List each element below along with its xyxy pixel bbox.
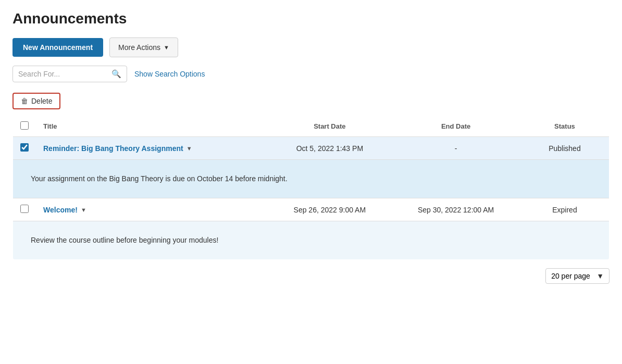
expand-row: Review the course outline before beginni… <box>13 221 609 260</box>
more-actions-label: More Actions <box>118 43 160 52</box>
title-chevron-icon-1: ▼ <box>81 207 86 213</box>
per-page-chevron-icon: ▼ <box>596 272 604 280</box>
table-row: Welcome! ▼ Sep 26, 2022 9:00 AM Sep 30, … <box>13 198 609 221</box>
delete-label: Delete <box>31 97 52 105</box>
row-title-cell: Welcome! ▼ <box>36 198 268 221</box>
table-row: Reminder: Big Bang Theory Assignment ▼ O… <box>13 137 609 160</box>
toolbar: New Announcement More Actions ▼ <box>13 37 609 57</box>
row-status-0: Published <box>520 137 609 160</box>
expand-row: Your assignment on the Big Bang Theory i… <box>13 160 609 198</box>
more-actions-button[interactable]: More Actions ▼ <box>109 37 178 57</box>
row-status-1: Expired <box>520 198 609 221</box>
th-checkbox <box>13 116 36 137</box>
title-chevron-icon-0: ▼ <box>186 145 192 152</box>
expand-content-0: Your assignment on the Big Bang Theory i… <box>20 166 602 192</box>
page-title: Announcements <box>13 10 609 27</box>
th-start-date: Start Date <box>268 116 392 137</box>
delete-button[interactable]: 🗑 Delete <box>13 93 60 109</box>
search-row: 🔍 Show Search Options <box>13 66 609 82</box>
per-page-select-input[interactable]: 5 per page10 per page20 per page50 per p… <box>551 272 592 280</box>
row-start-date-1: Sep 26, 2022 9:00 AM <box>268 198 392 221</box>
trash-icon: 🗑 <box>21 97 28 105</box>
per-page-selector[interactable]: 5 per page10 per page20 per page50 per p… <box>545 268 609 284</box>
search-input[interactable] <box>18 70 111 78</box>
announcement-title-link-1[interactable]: Welcome! ▼ <box>43 206 86 214</box>
search-icon[interactable]: 🔍 <box>111 69 121 79</box>
search-box: 🔍 <box>13 66 127 82</box>
row-start-date-0: Oct 5, 2022 1:43 PM <box>268 137 392 160</box>
pagination-row: 5 per page10 per page20 per page50 per p… <box>13 268 609 284</box>
expand-content-cell-0: Your assignment on the Big Bang Theory i… <box>13 160 609 198</box>
row-end-date-1: Sep 30, 2022 12:00 AM <box>391 198 520 221</box>
announcement-title-link-0[interactable]: Reminder: Big Bang Theory Assignment ▼ <box>43 144 192 153</box>
row-checkbox-cell <box>13 137 36 160</box>
expand-content-1: Review the course outline before beginni… <box>20 228 602 253</box>
th-status: Status <box>520 116 609 137</box>
row-checkbox-0[interactable] <box>20 143 29 152</box>
announcements-table: Title Start Date End Date Status Reminde… <box>13 116 609 260</box>
expand-content-cell-1: Review the course outline before beginni… <box>13 221 609 260</box>
row-checkbox-cell <box>13 198 36 221</box>
table-header-row: Title Start Date End Date Status <box>13 116 609 137</box>
show-search-options-link[interactable]: Show Search Options <box>134 70 205 78</box>
delete-row: 🗑 Delete <box>13 93 609 109</box>
new-announcement-button[interactable]: New Announcement <box>13 38 103 57</box>
th-end-date: End Date <box>391 116 520 137</box>
row-title-cell: Reminder: Big Bang Theory Assignment ▼ <box>36 137 268 160</box>
th-title: Title <box>36 116 268 137</box>
row-checkbox-1[interactable] <box>20 205 29 213</box>
chevron-down-icon: ▼ <box>164 44 169 51</box>
select-all-checkbox[interactable] <box>20 121 29 130</box>
row-end-date-0: - <box>391 137 520 160</box>
